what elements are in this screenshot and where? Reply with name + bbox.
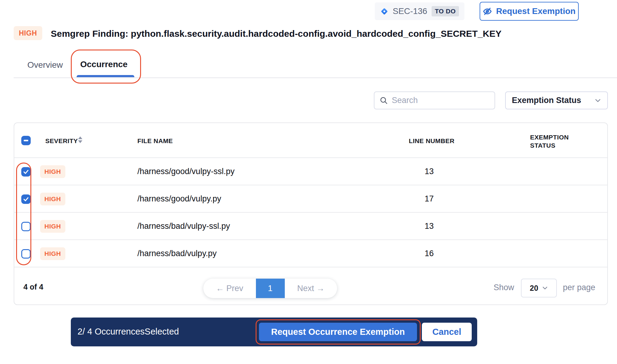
arrow-right-icon: → [316,284,325,293]
prev-label: Prev [226,284,243,293]
tab-occurrence[interactable]: Occurrence [80,60,128,69]
line-number-cell: 17 [419,194,440,204]
request-exemption-button[interactable]: Request Exemption [480,2,579,21]
severity-badge: HIGH [40,247,65,260]
sort-descending-arrow [78,140,82,143]
occurrences-table: SEVERITY FILE NAME LINE NUMBER EXEMPTION… [14,122,608,305]
chevron-down-icon [542,285,548,291]
column-header-severity: SEVERITY [45,137,78,145]
tabs-divider [14,77,617,78]
table-row[interactable]: HIGH /harness/bad/vulpy-ssl.py 13 [14,213,607,240]
check-icon [23,196,29,202]
next-page-button[interactable]: Next → [285,284,337,293]
search-box [374,91,495,109]
arrow-left-icon: ← [216,284,224,293]
jira-icon [380,7,388,15]
column-header-file-name: FILE NAME [137,137,173,145]
page-size-value: 20 [530,284,538,293]
next-label: Next [297,284,314,293]
search-input[interactable] [392,96,490,105]
row-checkbox[interactable] [21,194,31,204]
file-name-cell: /harness/bad/vulpy.py [137,249,217,258]
severity-badge: HIGH [40,165,65,178]
search-icon [379,96,388,105]
jira-status-badge: TO DO [432,6,459,16]
table-row[interactable]: HIGH /harness/good/vulpy-ssl.py 13 [14,158,607,185]
line-number-cell: 13 [419,167,440,176]
row-checkbox[interactable] [21,249,31,259]
file-name-cell: /harness/good/vulpy.py [137,194,221,204]
exemption-status-filter-label: Exemption Status [512,96,581,105]
severity-badge: HIGH [14,26,42,40]
prev-page-button[interactable]: ← Prev [203,284,256,293]
file-name-cell: /harness/bad/vulpy-ssl.py [137,221,230,231]
page-size-select[interactable]: 20 [521,279,557,297]
sort-ascending-arrow [78,136,82,139]
jira-ticket-chip[interactable]: SEC-136 TO DO [375,2,464,20]
select-all-checkbox[interactable] [21,136,31,145]
file-name-cell: /harness/good/vulpy-ssl.py [137,167,235,176]
pagination: ← Prev 1 Next → [203,279,337,298]
table-header-row: SEVERITY FILE NAME LINE NUMBER EXEMPTION… [14,123,607,158]
finding-details-page: SEC-136 TO DO Request Exemption HIGH Sem… [0,0,617,364]
table-row[interactable]: HIGH /harness/good/vulpy.py 17 [14,185,607,213]
exemption-status-filter[interactable]: Exemption Status [505,91,608,109]
row-checkbox[interactable] [21,222,31,231]
page-number-button[interactable]: 1 [256,279,285,298]
chevron-down-icon [595,97,601,104]
show-label: Show [494,283,514,292]
cancel-button[interactable]: Cancel [422,323,472,341]
line-number-cell: 13 [419,221,440,231]
selection-summary: 2/ 4 OccurrencesSelected [78,327,179,337]
indeterminate-dash-icon [24,140,28,141]
per-page-label: per page [563,283,595,292]
page-title: Semgrep Finding: python.flask.security.a… [51,29,502,39]
severity-badge: HIGH [40,220,65,233]
tab-overview[interactable]: Overview [27,60,63,70]
table-footer: 4 of 4 ← Prev 1 Next → Show 20 per page [14,267,607,306]
row-count: 4 of 4 [23,283,43,291]
eye-slash-icon [483,7,492,16]
line-number-cell: 16 [419,249,440,258]
sort-severity-icon[interactable] [78,136,82,143]
selection-action-bar: 2/ 4 OccurrencesSelected Request Occurre… [71,318,477,346]
column-header-exemption-status: EXEMPTION STATUS [530,133,580,150]
check-icon [23,169,29,175]
request-exemption-label: Request Exemption [496,6,575,16]
column-header-line-number: LINE NUMBER [409,137,454,145]
request-occurrence-exemption-button[interactable]: Request Occurrence Exemption [259,323,417,341]
table-row[interactable]: HIGH /harness/bad/vulpy.py 16 [14,240,607,267]
active-tab-underline [77,75,134,77]
jira-issue-key: SEC-136 [393,6,427,16]
row-checkbox[interactable] [21,167,31,177]
severity-badge: HIGH [40,193,65,205]
